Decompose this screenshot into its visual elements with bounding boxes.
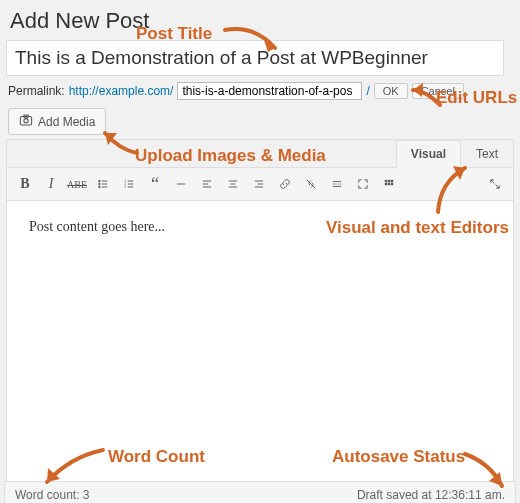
permalink-slug-input[interactable] xyxy=(177,82,362,100)
svg-rect-31 xyxy=(391,180,393,182)
tab-visual[interactable]: Visual xyxy=(396,140,461,168)
permalink-base: http://example.com/ xyxy=(69,84,174,98)
number-list-button[interactable]: 123 xyxy=(117,172,141,196)
permalink-tail: / xyxy=(366,84,369,98)
svg-rect-0 xyxy=(20,117,31,125)
svg-rect-30 xyxy=(388,180,390,182)
svg-point-1 xyxy=(24,119,28,123)
align-right-button[interactable] xyxy=(247,172,271,196)
permalink-label: Permalink: xyxy=(8,84,65,98)
editor-toolbar: B I ABE 123 “ xyxy=(7,168,513,201)
svg-line-35 xyxy=(491,180,495,184)
fullscreen-button[interactable] xyxy=(351,172,375,196)
align-center-button[interactable] xyxy=(221,172,245,196)
status-bar: Word count: 3 Draft saved at 12:36:11 am… xyxy=(4,481,516,503)
svg-point-5 xyxy=(99,183,101,185)
more-button[interactable] xyxy=(325,172,349,196)
svg-rect-33 xyxy=(388,183,390,185)
svg-point-3 xyxy=(99,180,101,182)
svg-rect-32 xyxy=(385,183,387,185)
hr-button[interactable] xyxy=(169,172,193,196)
toolbar-toggle-button[interactable] xyxy=(377,172,401,196)
editor-container: Visual Text B I ABE 123 “ Post content g… xyxy=(6,139,514,488)
svg-line-36 xyxy=(496,185,500,189)
add-media-button[interactable]: Add Media xyxy=(8,108,106,135)
svg-rect-29 xyxy=(385,180,387,182)
distraction-free-button[interactable] xyxy=(483,172,507,196)
page-title: Add New Post xyxy=(10,8,518,34)
svg-rect-34 xyxy=(391,183,393,185)
tab-text[interactable]: Text xyxy=(461,140,513,167)
post-title-input[interactable] xyxy=(6,40,504,76)
align-left-button[interactable] xyxy=(195,172,219,196)
unlink-button[interactable] xyxy=(299,172,323,196)
post-editor-screen: Add New Post Permalink: http://example.c… xyxy=(0,8,520,503)
svg-line-25 xyxy=(307,180,315,188)
bold-button[interactable]: B xyxy=(13,172,37,196)
post-content-area[interactable]: Post content goes here... xyxy=(7,201,513,487)
autosave-status: Draft saved at 12:36:11 am. xyxy=(357,488,505,502)
permalink-ok-button[interactable]: OK xyxy=(374,83,408,99)
strike-button[interactable]: ABE xyxy=(65,172,89,196)
permalink-row: Permalink: http://example.com/ / OK Canc… xyxy=(8,82,518,100)
add-media-label: Add Media xyxy=(38,115,95,129)
italic-button[interactable]: I xyxy=(39,172,63,196)
editor-tabs: Visual Text xyxy=(7,140,513,168)
permalink-cancel-button[interactable]: Cancel xyxy=(412,83,464,99)
bullet-list-button[interactable] xyxy=(91,172,115,196)
svg-text:3: 3 xyxy=(124,185,126,189)
word-count: Word count: 3 xyxy=(15,488,90,502)
link-button[interactable] xyxy=(273,172,297,196)
quote-button[interactable]: “ xyxy=(143,172,167,196)
camera-icon xyxy=(19,113,33,130)
svg-point-7 xyxy=(99,186,101,188)
